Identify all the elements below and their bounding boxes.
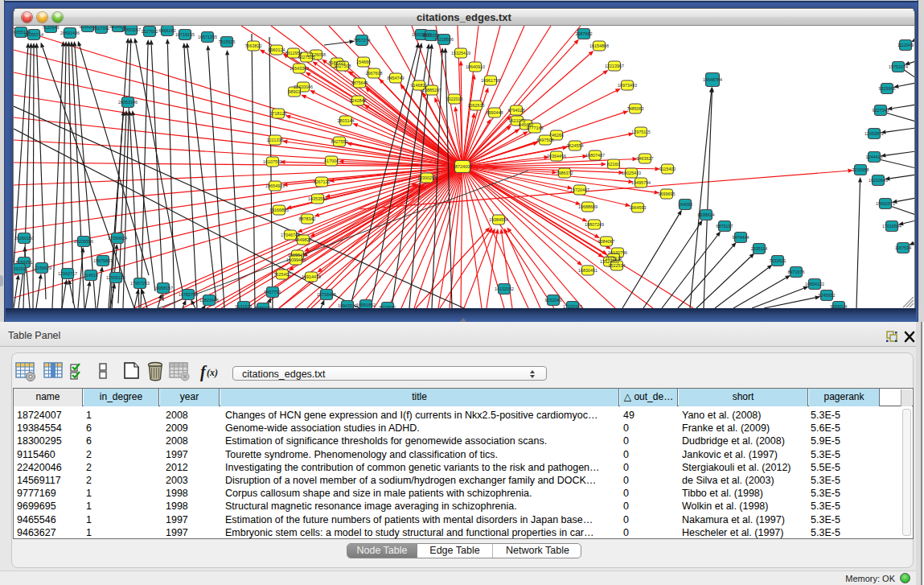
svg-text:13885207: 13885207 xyxy=(422,88,441,93)
svg-text:6879197: 6879197 xyxy=(717,224,733,229)
svg-text:1362615: 1362615 xyxy=(468,103,485,108)
svg-text:7663822: 7663822 xyxy=(245,43,262,48)
svg-text:16543362: 16543362 xyxy=(290,66,309,71)
svg-text:2718126: 2718126 xyxy=(270,111,287,116)
svg-text:16648784: 16648784 xyxy=(703,77,722,82)
svg-text:1527602: 1527602 xyxy=(142,29,158,34)
svg-text:1244415: 1244415 xyxy=(866,154,883,159)
svg-text:17957253: 17957253 xyxy=(130,281,150,286)
svg-text:9242848: 9242848 xyxy=(350,98,367,103)
svg-text:10654122: 10654122 xyxy=(805,282,824,286)
svg-text:15692971: 15692971 xyxy=(876,201,895,206)
svg-text:17016504: 17016504 xyxy=(882,224,901,229)
svg-text:18724007: 18724007 xyxy=(453,164,472,169)
svg-text:15325419: 15325419 xyxy=(451,51,470,56)
svg-text:10991852: 10991852 xyxy=(356,303,376,307)
svg-text:1112049: 1112049 xyxy=(897,43,914,47)
svg-text:10973493: 10973493 xyxy=(618,83,637,88)
svg-text:7485063: 7485063 xyxy=(627,106,644,111)
svg-text:1167534: 1167534 xyxy=(895,245,912,250)
svg-text:7632621: 7632621 xyxy=(770,258,786,263)
svg-text:9152043: 9152043 xyxy=(545,298,562,303)
svg-text:13218506: 13218506 xyxy=(434,37,454,42)
svg-text:16571355: 16571355 xyxy=(198,35,217,39)
svg-text:9245652: 9245652 xyxy=(819,293,836,298)
svg-text:18807249: 18807249 xyxy=(585,222,604,227)
svg-text:7857274: 7857274 xyxy=(354,38,371,43)
svg-text:39151: 39151 xyxy=(14,266,26,271)
svg-text:16961758: 16961758 xyxy=(481,78,500,83)
svg-text:417004: 417004 xyxy=(324,159,339,163)
svg-text:15751074: 15751074 xyxy=(889,64,908,69)
svg-text:8150051: 8150051 xyxy=(16,260,33,265)
svg-text:19975857: 19975857 xyxy=(93,258,113,263)
svg-text:10719155: 10719155 xyxy=(175,32,195,37)
svg-text:7986372: 7986372 xyxy=(556,171,573,175)
svg-text:12213967: 12213967 xyxy=(605,64,624,68)
svg-text:9463627: 9463627 xyxy=(637,156,654,161)
svg-text:10653267: 10653267 xyxy=(121,27,141,32)
svg-text:10958157: 10958157 xyxy=(154,286,173,290)
svg-text:20364456: 20364456 xyxy=(547,154,566,159)
svg-text:15716485: 15716485 xyxy=(317,292,336,297)
svg-text:9227343: 9227343 xyxy=(873,108,889,113)
svg-text:17359924: 17359924 xyxy=(108,236,127,241)
svg-text:8990448: 8990448 xyxy=(487,110,503,115)
svg-text:7625402: 7625402 xyxy=(274,272,291,277)
svg-text:26260150: 26260150 xyxy=(14,236,34,241)
svg-text:164093: 164093 xyxy=(678,202,692,207)
svg-text:18640910: 18640910 xyxy=(466,64,485,69)
svg-text:6794028: 6794028 xyxy=(508,108,525,113)
svg-text:9474444: 9474444 xyxy=(733,235,749,240)
svg-text:18300295: 18300295 xyxy=(417,175,437,180)
svg-text:16107552: 16107552 xyxy=(263,159,282,164)
svg-text:1449822: 1449822 xyxy=(295,237,312,242)
svg-text:8454749: 8454749 xyxy=(388,76,405,80)
svg-text:2987682: 2987682 xyxy=(576,31,593,36)
svg-text:8471676: 8471676 xyxy=(788,270,805,274)
svg-text:8960124: 8960124 xyxy=(269,47,285,52)
svg-text:16154808: 16154808 xyxy=(589,43,609,48)
svg-text:19654923: 19654923 xyxy=(265,183,285,188)
svg-text:3267130: 3267130 xyxy=(314,179,331,184)
svg-text:20691406: 20691406 xyxy=(60,31,80,35)
svg-text:62160: 62160 xyxy=(608,162,620,167)
svg-text:10807487: 10807487 xyxy=(585,153,605,158)
svg-text:9329966: 9329966 xyxy=(879,86,896,91)
svg-text:9327505: 9327505 xyxy=(298,55,315,60)
svg-text:2967608: 2967608 xyxy=(366,71,383,76)
svg-text:8938914: 8938914 xyxy=(698,212,715,217)
svg-text:12505135: 12505135 xyxy=(106,275,125,280)
svg-text:9457791: 9457791 xyxy=(265,290,281,295)
svg-text:98901: 98901 xyxy=(289,89,301,94)
svg-text:16914479: 16914479 xyxy=(302,274,321,279)
svg-text:2803144: 2803144 xyxy=(338,118,355,123)
svg-text:3215958: 3215958 xyxy=(852,167,869,172)
svg-text:16782759: 16782759 xyxy=(179,292,198,297)
svg-text:5322016: 5322016 xyxy=(446,97,463,101)
svg-text:6497508: 6497508 xyxy=(537,138,554,142)
svg-text:13495794: 13495794 xyxy=(631,180,651,185)
svg-text:16830451: 16830451 xyxy=(578,268,598,273)
svg-text:9115400: 9115400 xyxy=(659,167,676,171)
svg-text:1527332: 1527332 xyxy=(93,26,110,31)
svg-text:9699695: 9699695 xyxy=(659,192,676,196)
svg-text:16120796: 16120796 xyxy=(608,250,627,255)
svg-text:12823445: 12823445 xyxy=(199,298,219,303)
svg-text:10688609: 10688609 xyxy=(578,204,598,209)
svg-text:8878342: 8878342 xyxy=(299,216,316,221)
svg-text:7120943: 7120943 xyxy=(43,26,60,30)
svg-text:10025433: 10025433 xyxy=(622,171,641,175)
svg-text:14055714: 14055714 xyxy=(24,32,43,37)
svg-text:14353594: 14353594 xyxy=(308,196,327,201)
svg-text:19166855: 19166855 xyxy=(269,208,289,212)
svg-text:9777169: 9777169 xyxy=(527,126,544,130)
svg-text:2522534: 2522534 xyxy=(609,263,626,268)
svg-text:2935114: 2935114 xyxy=(751,246,768,251)
svg-text:6466160: 6466160 xyxy=(159,28,176,33)
svg-text:10943512: 10943512 xyxy=(338,303,357,308)
svg-text:7515525: 7515525 xyxy=(219,39,236,44)
svg-text:15720407: 15720407 xyxy=(570,187,589,192)
svg-text:114519: 114519 xyxy=(84,273,98,278)
svg-text:(x): (x) xyxy=(207,367,218,378)
